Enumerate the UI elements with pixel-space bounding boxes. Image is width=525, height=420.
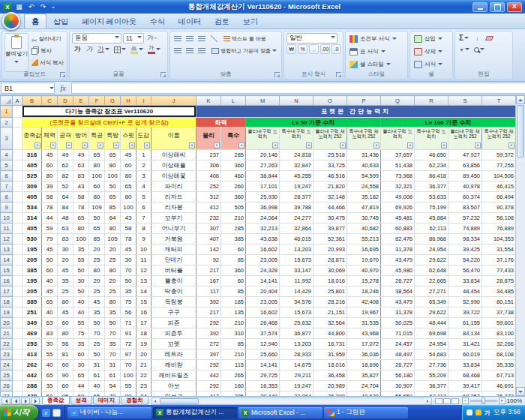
cell-def[interactable]: 40 bbox=[74, 297, 89, 308]
cells-button[interactable]: 삭제 bbox=[412, 46, 450, 58]
cell-value[interactable]: 285 bbox=[221, 224, 246, 234]
cell-hp[interactable]: 80 bbox=[42, 171, 58, 182]
cell-value[interactable]: 217 bbox=[196, 266, 221, 276]
dialog-launcher-icon[interactable] bbox=[60, 72, 65, 77]
cell-value[interactable]: 25,930 bbox=[246, 192, 280, 202]
cell-spa[interactable]: 40 bbox=[89, 381, 105, 392]
cell-value[interactable]: 36,377 bbox=[415, 182, 448, 192]
cell-value[interactable]: 57,232 bbox=[448, 213, 482, 224]
scroll-left-icon[interactable] bbox=[152, 398, 159, 404]
cell-spd[interactable]: 35 bbox=[105, 339, 121, 350]
cell-spd[interactable]: 20 bbox=[105, 244, 121, 255]
cell-dex[interactable]: 19 bbox=[136, 339, 152, 350]
cell-value[interactable]: 65,349 bbox=[415, 297, 448, 308]
fill-button[interactable] bbox=[472, 33, 482, 44]
cell-total[interactable]: 318 bbox=[22, 150, 42, 160]
cell-value[interactable]: 32,847 bbox=[280, 160, 314, 171]
column-header[interactable]: L bbox=[221, 96, 246, 106]
cell-value[interactable]: 26,727 bbox=[381, 360, 415, 370]
cell-spa[interactable]: 70 bbox=[89, 328, 105, 339]
ie-icon[interactable] bbox=[42, 409, 50, 417]
cell-hp[interactable]: 65 bbox=[42, 370, 58, 381]
cell-atk[interactable]: 85 bbox=[58, 392, 74, 397]
cell-value[interactable]: 13,203 bbox=[280, 244, 314, 255]
header-durability[interactable]: 특수내구력 노력치 bbox=[280, 128, 314, 150]
cell-total[interactable]: 385 bbox=[22, 266, 42, 276]
row-header[interactable]: 16 bbox=[1, 276, 13, 286]
cell-value[interactable]: 37,738 bbox=[482, 308, 516, 318]
cell-value[interactable]: 46,650 bbox=[415, 150, 448, 160]
cell-hp[interactable]: 45 bbox=[42, 286, 58, 297]
cell-value[interactable]: 38,564 bbox=[381, 286, 415, 297]
cell-spa[interactable]: 50 bbox=[89, 350, 105, 360]
cell-value[interactable]: 60 bbox=[221, 244, 246, 255]
cell-name[interactable]: 구구 bbox=[152, 308, 196, 318]
cell-spe[interactable]: 60 bbox=[121, 160, 136, 171]
cell-name[interactable]: 깨비참 bbox=[152, 360, 196, 370]
cell-value[interactable]: 52,990 bbox=[448, 297, 482, 308]
cell-value[interactable]: 62,113 bbox=[415, 224, 448, 234]
orientation-button[interactable] bbox=[208, 34, 219, 44]
cell-value[interactable]: 63,856 bbox=[448, 160, 482, 171]
cell-value[interactable]: 14,141 bbox=[246, 276, 280, 286]
cell-value[interactable]: 68,468 bbox=[448, 370, 482, 381]
column-header[interactable]: G bbox=[105, 96, 121, 106]
zoom-out-button[interactable] bbox=[462, 398, 469, 404]
cell-value[interactable]: 24,457 bbox=[381, 339, 415, 350]
cell-spd[interactable]: 25 bbox=[105, 286, 121, 297]
font-size-select[interactable]: 11 bbox=[123, 33, 144, 44]
column-header[interactable]: D bbox=[58, 96, 74, 106]
cell-value[interactable]: 39,877 bbox=[314, 224, 347, 234]
cell-value[interactable]: 50,025 bbox=[381, 318, 415, 328]
cell-spd[interactable]: 65 bbox=[105, 192, 121, 202]
cell-def[interactable]: 75 bbox=[74, 328, 89, 339]
cell-value[interactable]: 56,180 bbox=[381, 370, 415, 381]
cell[interactable] bbox=[13, 266, 22, 276]
cell-value[interactable]: 60 bbox=[221, 276, 246, 286]
cell-spa[interactable]: 80 bbox=[89, 266, 105, 276]
cell-value[interactable]: 53,633 bbox=[415, 192, 448, 202]
cell[interactable] bbox=[13, 224, 22, 234]
cell-atk[interactable]: 60 bbox=[58, 318, 74, 328]
row-header[interactable]: 6 bbox=[1, 171, 13, 182]
cell-value[interactable]: 75,199 bbox=[415, 202, 448, 213]
cell-def[interactable]: 69 bbox=[74, 392, 89, 397]
cell-value[interactable]: 412 bbox=[196, 202, 221, 213]
cell[interactable] bbox=[13, 244, 22, 255]
cell-value[interactable]: 32,213 bbox=[246, 224, 280, 234]
cell-spa[interactable]: 20 bbox=[89, 244, 105, 255]
scrollbar-thumb[interactable] bbox=[160, 398, 199, 404]
cell-value[interactable]: 185 bbox=[221, 297, 246, 308]
cell-value[interactable]: 15,673 bbox=[280, 308, 314, 318]
cell-value[interactable]: 18,696 bbox=[347, 360, 381, 370]
cell-def[interactable]: 60 bbox=[74, 350, 89, 360]
find-select-button[interactable] bbox=[472, 44, 486, 55]
cell-value[interactable]: 31,959 bbox=[314, 350, 347, 360]
column-header[interactable]: A bbox=[13, 96, 22, 106]
cell-hp[interactable]: 40 bbox=[42, 308, 58, 318]
cell[interactable] bbox=[13, 213, 22, 224]
cell-value[interactable]: 285 bbox=[221, 150, 246, 160]
cell[interactable] bbox=[13, 370, 22, 381]
cell-value[interactable]: 36,036 bbox=[347, 350, 381, 360]
align-middle-button[interactable] bbox=[184, 34, 195, 44]
cell-dex[interactable]: 21 bbox=[136, 360, 152, 370]
cell-name[interactable]: 꼬부기 bbox=[152, 213, 196, 224]
cell-name[interactable]: 꼬렛 bbox=[152, 339, 196, 350]
filter-icon[interactable] bbox=[441, 142, 447, 148]
number-format-button[interactable]: .00 bbox=[320, 44, 330, 54]
cell-spe[interactable]: 58 bbox=[121, 224, 136, 234]
cell-value[interactable]: 28,871 bbox=[314, 255, 347, 266]
cell-value[interactable]: 33,834 bbox=[448, 360, 482, 370]
cell-value[interactable]: 210 bbox=[221, 350, 246, 360]
cell-hp[interactable]: 78 bbox=[42, 202, 58, 213]
cell-name[interactable]: 아보 bbox=[152, 381, 196, 392]
cut-button[interactable]: 잘라내기 bbox=[30, 33, 65, 44]
cell-spe[interactable]: 35 bbox=[121, 286, 136, 297]
cell-value[interactable]: 29,725 bbox=[246, 370, 280, 381]
cell-value[interactable]: 44,800 bbox=[314, 328, 347, 339]
cell-value[interactable]: 45,884 bbox=[415, 213, 448, 224]
cell-value[interactable]: 292 bbox=[196, 381, 221, 392]
filter-icon[interactable] bbox=[272, 142, 278, 148]
cell-spe[interactable]: 80 bbox=[121, 171, 136, 182]
